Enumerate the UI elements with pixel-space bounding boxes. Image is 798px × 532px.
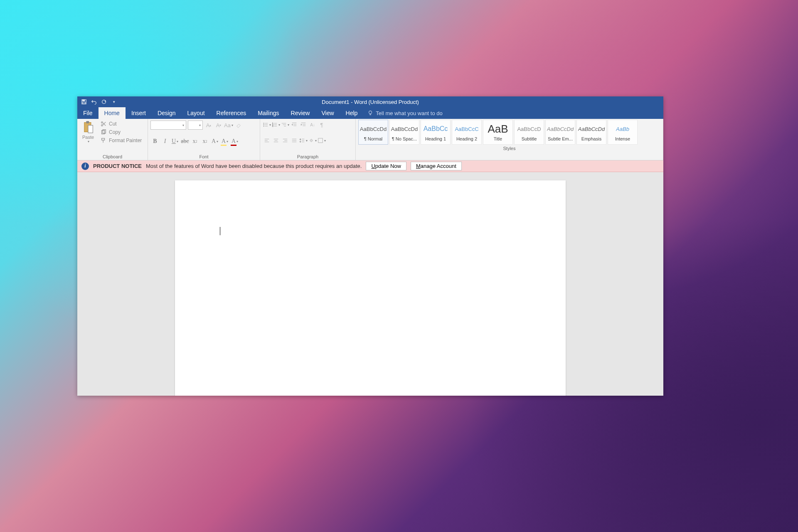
font-name-combo[interactable]: ▾: [150, 121, 186, 130]
bold-button[interactable]: B: [150, 137, 160, 145]
sort-button[interactable]: A↓: [308, 121, 317, 129]
svg-text:3: 3: [272, 125, 273, 127]
align-right-button[interactable]: [281, 136, 289, 145]
tab-mailings[interactable]: Mailings: [252, 107, 285, 119]
underline-button[interactable]: U▾: [170, 137, 180, 145]
lightbulb-icon: [367, 110, 373, 116]
borders-button[interactable]: ▾: [318, 136, 326, 145]
justify-button[interactable]: [290, 136, 298, 145]
save-icon[interactable]: [81, 99, 87, 105]
numbering-button[interactable]: 123▾: [272, 121, 280, 129]
align-left-button[interactable]: [263, 136, 271, 145]
shading-button[interactable]: ▾: [308, 136, 317, 145]
highlight-button[interactable]: A▾: [220, 137, 229, 145]
svg-rect-12: [102, 138, 105, 140]
style-intense[interactable]: AaBb Intense: [608, 120, 638, 145]
tab-review[interactable]: Review: [285, 107, 316, 119]
tab-insert[interactable]: Insert: [126, 107, 152, 119]
tab-help[interactable]: Help: [340, 107, 364, 119]
shrink-font-button[interactable]: A▾: [214, 121, 223, 129]
undo-icon[interactable]: [91, 99, 97, 105]
ribbon: Paste ▾ Cut Copy Format Painter: [77, 119, 663, 160]
italic-button[interactable]: I: [160, 137, 170, 145]
word-window: ▾ Document1 - Word (Unlicensed Product) …: [77, 96, 663, 396]
indent-icon: [300, 122, 306, 128]
paragraph-group-label: Paragraph: [260, 154, 355, 160]
copy-button[interactable]: Copy: [99, 129, 143, 135]
style-heading1[interactable]: AaBbCc Heading 1: [421, 120, 451, 145]
change-case-button[interactable]: Aa▾: [224, 121, 233, 129]
style-emphasis[interactable]: AaBbCcDd Emphasis: [576, 120, 606, 145]
outdent-icon: [291, 122, 297, 128]
update-now-button[interactable]: Update Now: [366, 162, 406, 170]
svg-rect-6: [86, 121, 89, 123]
qat-customize-icon[interactable]: ▾: [111, 99, 117, 105]
superscript-button[interactable]: x2: [200, 137, 209, 145]
ribbon-tabs: File Home Insert Design Layout Reference…: [77, 107, 663, 119]
clipboard-group-label: Clipboard: [77, 154, 148, 160]
style-normal[interactable]: AaBbCcDd ¶ Normal: [358, 120, 388, 145]
decrease-indent-button[interactable]: [290, 121, 298, 129]
tab-layout[interactable]: Layout: [182, 107, 211, 119]
borders-icon: [318, 138, 323, 143]
document-area[interactable]: [77, 172, 663, 396]
multilevel-icon: [281, 122, 287, 128]
strikethrough-button[interactable]: abc: [180, 137, 190, 145]
svg-rect-7: [88, 125, 93, 133]
paste-icon: [82, 121, 94, 134]
subscript-button[interactable]: x2: [190, 137, 200, 145]
increase-indent-button[interactable]: [299, 121, 308, 129]
scissors-icon: [101, 121, 106, 127]
bucket-icon: [308, 138, 314, 143]
quick-access-toolbar: ▾: [77, 99, 121, 105]
svg-point-8: [101, 125, 103, 126]
svg-point-9: [101, 122, 103, 123]
tell-me-placeholder: Tell me what you want to do: [376, 110, 442, 116]
manage-account-button[interactable]: Manage Account: [411, 162, 462, 170]
copy-icon: [101, 129, 106, 135]
style-subtitle[interactable]: AaBbCcD Subtitle: [514, 120, 544, 145]
cut-button[interactable]: Cut: [99, 121, 143, 127]
svg-point-15: [264, 124, 264, 125]
align-left-icon: [264, 138, 270, 143]
style-no-spacing[interactable]: AaBbCcDd ¶ No Spac...: [389, 120, 419, 145]
align-center-button[interactable]: [272, 136, 280, 145]
notice-title: PRODUCT NOTICE: [93, 163, 142, 169]
number-list-icon: 123: [272, 122, 278, 128]
redo-icon[interactable]: [101, 99, 107, 105]
svg-rect-2: [83, 102, 86, 104]
text-cursor: [220, 227, 220, 235]
style-heading2[interactable]: AaBbCcC Heading 2: [452, 120, 482, 145]
svg-point-13: [264, 123, 264, 124]
bullets-button[interactable]: ▾: [263, 121, 271, 129]
info-icon: i: [81, 163, 89, 170]
format-painter-button[interactable]: Format Painter: [99, 137, 143, 144]
tab-view[interactable]: View: [315, 107, 340, 119]
grow-font-button[interactable]: A▴: [204, 121, 213, 129]
document-page[interactable]: [175, 180, 566, 396]
notice-message: Most of the features of Word have been d…: [146, 163, 362, 169]
justify-icon: [291, 138, 297, 143]
ribbon-group-styles: AaBbCcDd ¶ Normal AaBbCcDd ¶ No Spac... …: [356, 119, 663, 160]
style-title[interactable]: AaB Title: [483, 120, 513, 145]
tab-references[interactable]: References: [211, 107, 252, 119]
ribbon-group-paragraph: ▾ 123▾ ▾ A↓ ¶ ▾ ▾ ▾ Para: [260, 119, 356, 160]
clear-formatting-button[interactable]: [234, 121, 243, 129]
line-spacing-button[interactable]: ▾: [299, 136, 308, 145]
tab-home[interactable]: Home: [99, 107, 126, 119]
multilevel-list-button[interactable]: ▾: [281, 121, 289, 129]
window-title: Document1 - Word (Unlicensed Product): [322, 99, 419, 105]
paste-button[interactable]: Paste ▾: [80, 121, 96, 143]
tell-me-search[interactable]: Tell me what you want to do: [363, 107, 446, 119]
show-hide-button[interactable]: ¶: [318, 121, 326, 129]
tab-file[interactable]: File: [77, 107, 99, 119]
paintbrush-icon: [101, 138, 106, 143]
style-subtle-emphasis[interactable]: AaBbCcDd Subtle Em...: [545, 120, 575, 145]
tab-design[interactable]: Design: [152, 107, 182, 119]
text-effects-button[interactable]: A▾: [210, 137, 219, 145]
align-right-icon: [282, 138, 288, 143]
font-color-button[interactable]: A▾: [230, 137, 239, 145]
eraser-icon: [236, 122, 241, 128]
font-size-combo[interactable]: ▾: [188, 121, 203, 130]
line-spacing-icon: [299, 138, 305, 143]
